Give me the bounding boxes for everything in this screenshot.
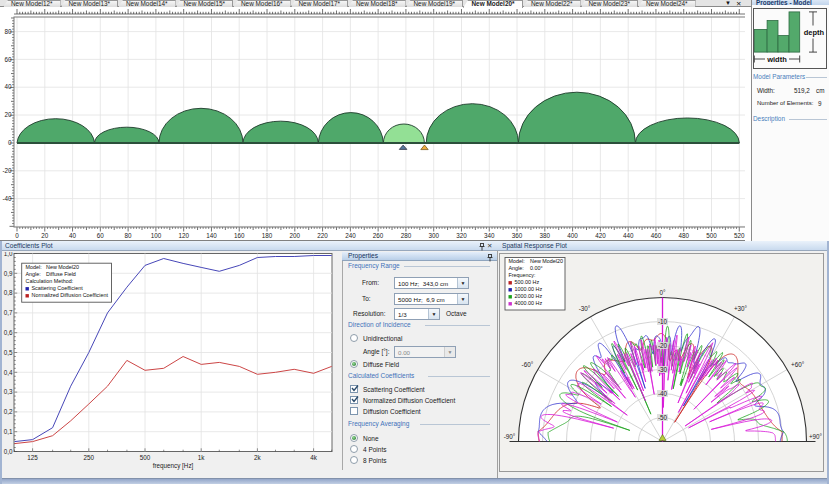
svg-text:-20: -20: [2, 167, 12, 174]
svg-text:New Model20: New Model20: [530, 258, 563, 264]
svg-text:-90°: -90°: [504, 433, 516, 440]
svg-text:+60°: +60°: [791, 361, 805, 368]
svg-text:-40: -40: [658, 390, 668, 397]
svg-text:200: 200: [290, 232, 301, 239]
svg-text:120: 120: [178, 232, 189, 239]
svg-text:480: 480: [678, 232, 689, 239]
svg-text:380: 380: [540, 232, 551, 239]
svg-text:frequency [Hz]: frequency [Hz]: [153, 462, 194, 470]
svg-text:440: 440: [623, 232, 634, 239]
svg-text:20: 20: [4, 111, 12, 118]
svg-text:0,8: 0,8: [4, 289, 13, 296]
svg-text:500.00 Hz: 500.00 Hz: [515, 279, 540, 285]
svg-text:500: 500: [706, 232, 717, 239]
svg-text:500: 500: [140, 454, 151, 461]
svg-text:260: 260: [373, 232, 384, 239]
svg-text:4k: 4k: [310, 454, 318, 461]
svg-text:Model:: Model:: [509, 258, 525, 264]
svg-text:0,3: 0,3: [4, 388, 13, 395]
svg-text:Scattering Coefficient: Scattering Coefficient: [32, 285, 84, 291]
svg-text:420: 420: [595, 232, 606, 239]
svg-text:-20: -20: [658, 342, 668, 349]
svg-text:0.00°: 0.00°: [530, 265, 543, 271]
svg-text:-30°: -30°: [579, 305, 591, 312]
svg-text:60: 60: [97, 232, 105, 239]
svg-text:100: 100: [151, 232, 162, 239]
svg-text:0,1: 0,1: [4, 428, 13, 435]
svg-text:60: 60: [4, 56, 12, 63]
svg-text:0,5: 0,5: [4, 349, 13, 356]
svg-text:0: 0: [8, 139, 12, 146]
svg-text:460: 460: [651, 232, 662, 239]
svg-text:4000.00 Hz: 4000.00 Hz: [515, 300, 543, 306]
svg-text:2k: 2k: [254, 454, 262, 461]
svg-text:180: 180: [262, 232, 273, 239]
svg-text:-60°: -60°: [522, 361, 534, 368]
svg-text:New Model20: New Model20: [46, 264, 79, 270]
svg-text:-30: -30: [658, 366, 668, 373]
svg-text:+30°: +30°: [734, 305, 748, 312]
svg-text:160: 160: [234, 232, 245, 239]
svg-text:300: 300: [428, 232, 439, 239]
svg-text:0,4: 0,4: [4, 369, 13, 376]
svg-text:280: 280: [401, 232, 412, 239]
svg-text:40: 40: [69, 232, 77, 239]
svg-text:0: 0: [15, 232, 19, 239]
svg-text:Calculation Method:: Calculation Method:: [26, 278, 74, 284]
svg-text:0,2: 0,2: [4, 408, 13, 415]
svg-text:-40: -40: [2, 195, 12, 202]
svg-text:0,9: 0,9: [4, 270, 13, 277]
svg-text:140: 140: [206, 232, 217, 239]
svg-text:0,7: 0,7: [4, 309, 13, 316]
svg-text:0°: 0°: [659, 289, 666, 296]
svg-text:0,0: 0,0: [4, 448, 13, 455]
svg-text:20: 20: [41, 232, 49, 239]
svg-text:-50: -50: [658, 414, 668, 421]
svg-text:Angle:: Angle:: [509, 265, 524, 271]
svg-text:+90°: +90°: [809, 433, 823, 440]
svg-text:1,0: 1,0: [4, 252, 13, 257]
svg-text:360: 360: [512, 232, 523, 239]
svg-text:1k: 1k: [198, 454, 206, 461]
svg-text:40: 40: [4, 83, 12, 90]
svg-text:340: 340: [484, 232, 495, 239]
svg-text:Angle:: Angle:: [26, 271, 41, 277]
svg-text:520: 520: [734, 232, 745, 239]
svg-text:125: 125: [27, 454, 38, 461]
svg-text:250: 250: [84, 454, 95, 461]
svg-text:400: 400: [567, 232, 578, 239]
svg-text:0,6: 0,6: [4, 329, 13, 336]
svg-text:Normalized Diffusion Coefficie: Normalized Diffusion Coefficient: [32, 292, 109, 298]
svg-text:320: 320: [456, 232, 467, 239]
svg-text:80: 80: [125, 232, 133, 239]
svg-text:80: 80: [4, 28, 12, 35]
svg-text:Frequency:: Frequency:: [509, 272, 536, 278]
svg-text:220: 220: [317, 232, 328, 239]
svg-text:Model:: Model:: [26, 264, 42, 270]
svg-text:Diffuse Field: Diffuse Field: [46, 271, 76, 277]
svg-text:1000.00 Hz: 1000.00 Hz: [515, 286, 543, 292]
svg-text:-10: -10: [658, 318, 668, 325]
svg-text:2000.00 Hz: 2000.00 Hz: [515, 293, 543, 299]
svg-text:240: 240: [345, 232, 356, 239]
